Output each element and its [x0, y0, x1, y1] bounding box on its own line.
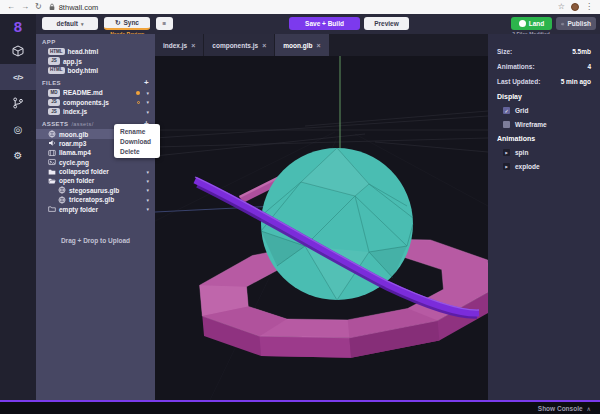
chevron-down-icon[interactable]: ▾	[146, 197, 149, 203]
file-row-readme[interactable]: MD README.md ▾	[36, 88, 155, 97]
assets-path: /assets/	[71, 121, 93, 127]
git-branch-icon	[12, 97, 24, 109]
file-badge: JS	[48, 108, 60, 115]
nav-item-versions[interactable]	[0, 90, 36, 116]
hamburger-menu-button[interactable]: ≡	[156, 17, 173, 30]
check-icon: ✓	[504, 108, 508, 114]
unsaved-dot	[137, 101, 140, 104]
file-row-app-js[interactable]: JS app.js	[36, 56, 155, 65]
section-header-app: APP	[36, 37, 155, 47]
close-icon[interactable]: ×	[317, 42, 321, 49]
tab-moon-glb[interactable]: moon.glb ×	[275, 34, 329, 56]
asset-row-empty-folder[interactable]: empty folder ▾	[36, 204, 155, 213]
inspector-panel: Size: 5.5mb Animations: 4 Last Updated: …	[488, 34, 600, 400]
8thwall-logo[interactable]: 8	[0, 14, 36, 38]
play-icon[interactable]: ▶	[503, 163, 510, 170]
target-icon: ◎	[14, 124, 23, 135]
console-bar[interactable]: Show Console ∧	[0, 400, 600, 414]
file-row-index[interactable]: JS index.js ▾	[36, 107, 155, 116]
asset-row-collapsed-folder[interactable]: collapsed folder ▾	[36, 167, 155, 176]
globe-icon	[58, 186, 66, 194]
upload-hint: Drag + Drop to Upload	[36, 237, 155, 244]
cloud-upload-icon	[561, 20, 565, 28]
image-icon	[48, 158, 56, 166]
wireframe-checkbox[interactable]: ✓ Wireframe	[503, 121, 591, 128]
chevron-down-icon[interactable]: ▾	[146, 178, 149, 184]
chevron-down-icon[interactable]: ▾	[146, 109, 149, 115]
nav-item-assets[interactable]	[0, 38, 36, 64]
context-menu: Rename Download Delete	[114, 124, 160, 158]
bookmark-star-icon[interactable]: ☆	[558, 3, 565, 11]
context-menu-download[interactable]: Download	[114, 136, 160, 146]
nav-item-target[interactable]: ◎	[0, 116, 36, 142]
lock-icon	[48, 3, 56, 11]
workspace-dropdown[interactable]: default ▾	[42, 17, 98, 30]
avatar[interactable]	[571, 3, 579, 11]
browser-menu-icon[interactable]: ⋮	[585, 3, 593, 11]
context-menu-rename[interactable]: Rename	[114, 126, 160, 136]
asset-row-triceratops-glb[interactable]: triceratops.glb ▾	[36, 195, 155, 204]
stat-last-updated: Last Updated: 5 min ago	[497, 78, 591, 85]
save-build-button[interactable]: Save + Build	[289, 17, 360, 30]
back-icon[interactable]: ←	[7, 3, 15, 11]
code-icon: </>	[13, 73, 23, 82]
chevron-down-icon[interactable]: ▾	[146, 90, 149, 96]
land-icon	[519, 20, 526, 27]
file-row-body-html[interactable]: HTML body.html	[36, 66, 155, 75]
add-file-button[interactable]: +	[144, 79, 149, 87]
file-row-head-html[interactable]: HTML head.html	[36, 47, 155, 56]
play-icon[interactable]: ▶	[503, 149, 510, 156]
folder-open-icon	[48, 177, 56, 185]
editor-tab-bar: index.js × components.js × moon.glb ×	[155, 34, 488, 56]
grid-checkbox[interactable]: ✓ Grid	[503, 107, 591, 114]
forward-icon[interactable]: →	[21, 3, 29, 11]
nav-item-editor[interactable]: </>	[0, 64, 36, 90]
nav-item-settings[interactable]: ⚙	[0, 142, 36, 168]
asset-row-cycle-png[interactable]: cycle.png	[36, 158, 155, 167]
file-row-components[interactable]: JS components.js ▾	[36, 98, 155, 107]
checkbox-icon: ✓	[503, 107, 510, 114]
address-bar[interactable]: 8thwall.com	[48, 3, 99, 12]
asset-row-stegosaurus-glb[interactable]: stegosaurus.glb ▾	[36, 186, 155, 195]
publish-button[interactable]: Publish	[556, 17, 596, 30]
planet-scene	[155, 56, 488, 400]
section-header-files: FILES +	[36, 78, 155, 88]
asset-row-open-folder[interactable]: open folder ▾	[36, 176, 155, 185]
chevron-up-icon[interactable]: ∧	[587, 405, 591, 412]
model-viewport[interactable]	[155, 56, 488, 400]
nav-rail: 8 </> ◎ ⚙	[0, 14, 36, 414]
reload-icon[interactable]: ↻	[35, 3, 42, 11]
context-menu-delete[interactable]: Delete	[114, 146, 160, 156]
chevron-down-icon[interactable]: ▾	[146, 169, 149, 175]
file-badge: JS	[48, 99, 60, 106]
animation-explode[interactable]: ▶ explode	[503, 163, 591, 170]
gear-icon: ⚙	[14, 150, 23, 161]
url-text: 8thwall.com	[59, 3, 99, 12]
stat-animations: Animations: 4	[497, 63, 591, 70]
close-icon[interactable]: ×	[191, 42, 195, 49]
display-header: Display	[497, 93, 591, 100]
sync-icon: ↻	[115, 19, 120, 27]
animations-header: Animations	[497, 135, 591, 142]
browser-chrome: ← → ↻ 8thwall.com ☆ ⋮	[0, 0, 600, 14]
chevron-down-icon[interactable]: ▾	[146, 99, 149, 105]
stat-size: Size: 5.5mb	[497, 48, 591, 55]
file-panel: APP HTML head.html JS app.js HTML body.h…	[36, 34, 155, 400]
tab-index-js[interactable]: index.js ×	[155, 34, 204, 56]
folder-icon	[48, 168, 56, 176]
tab-components-js[interactable]: components.js ×	[204, 34, 275, 56]
animation-spin[interactable]: ▶ spin	[503, 149, 591, 156]
video-icon	[48, 149, 56, 157]
close-icon[interactable]: ×	[262, 42, 266, 49]
modified-dot	[136, 91, 140, 95]
sync-button[interactable]: ↻ Sync	[104, 17, 150, 30]
preview-button[interactable]: Preview	[364, 17, 409, 30]
chevron-down-icon[interactable]: ▾	[146, 187, 149, 193]
chevron-down-icon: ▾	[81, 21, 84, 27]
globe-icon	[58, 196, 66, 204]
folder-empty-icon	[48, 205, 56, 213]
file-badge: MD	[48, 89, 60, 96]
show-console-button[interactable]: Show Console	[538, 405, 583, 412]
chevron-down-icon[interactable]: ▾	[146, 206, 149, 212]
land-button[interactable]: Land	[511, 17, 552, 30]
